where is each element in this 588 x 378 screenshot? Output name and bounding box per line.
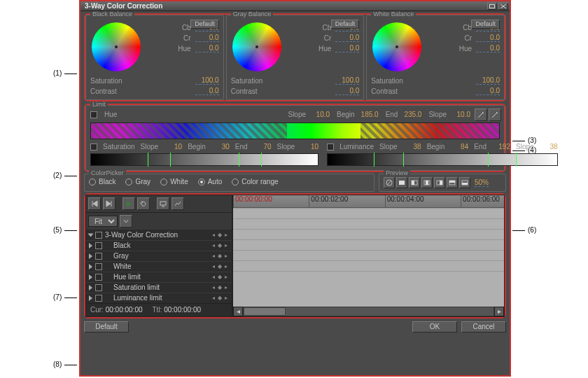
annotation-7: (7)	[53, 294, 77, 301]
timeline-lane[interactable]	[233, 260, 504, 271]
saturation-gradient[interactable]	[90, 153, 318, 166]
close-icon[interactable]	[498, 3, 508, 10]
tree-row[interactable]: Black◂◆▸	[86, 240, 232, 251]
eyedropper-icon[interactable]	[489, 108, 501, 121]
keyframe-nav[interactable]: ◂◆▸	[211, 232, 229, 238]
maximize-icon[interactable]	[487, 3, 497, 10]
timeline-lane[interactable]	[233, 229, 504, 239]
disclosure-triangle-icon[interactable]	[89, 274, 92, 280]
preview-split-right-icon[interactable]	[434, 177, 445, 188]
enable-checkbox[interactable]	[95, 284, 102, 291]
tree-row[interactable]: Luminance limit◂◆▸	[86, 293, 232, 303]
goto-start-icon[interactable]	[88, 197, 101, 210]
timeline-ruler[interactable]: 00:00:00:0000:00:02:0000:00:04:0000:00:0…	[233, 195, 504, 208]
keyframe-nav[interactable]: ◂◆▸	[211, 274, 229, 280]
colorpicker-radio-auto[interactable]: Auto	[198, 178, 223, 186]
titlebar[interactable]: 3-Way Color Correction	[80, 1, 510, 11]
play-icon[interactable]	[122, 197, 135, 210]
scroll-left-icon[interactable]: ◂	[233, 307, 243, 316]
timeline-hscrollbar[interactable]: ◂ ▸	[233, 307, 504, 316]
radio-icon	[198, 178, 205, 186]
timeline-lane[interactable]	[233, 208, 504, 218]
enable-checkbox[interactable]	[95, 232, 102, 239]
hue-gradient[interactable]	[90, 122, 500, 139]
default-button[interactable]: Default	[331, 20, 360, 29]
luminance-gradient[interactable]	[327, 153, 557, 166]
cur-time: 00:00:00:00	[106, 306, 143, 314]
keyframe-nav[interactable]: ◂◆▸	[211, 295, 229, 301]
tree-row[interactable]: White◂◆▸	[86, 261, 232, 272]
chevron-down-icon[interactable]	[120, 215, 132, 227]
disclosure-triangle-icon[interactable]	[89, 253, 92, 259]
keyframe-nav[interactable]: ◂◆▸	[211, 253, 229, 259]
disclosure-triangle-icon[interactable]	[89, 264, 92, 270]
colorpicker-radio-black[interactable]: Black	[89, 178, 115, 186]
goto-end-icon[interactable]	[103, 197, 115, 210]
hue-value[interactable]: 0.0	[195, 45, 219, 52]
default-button[interactable]: Default	[471, 20, 500, 29]
timeline-lane[interactable]	[233, 250, 504, 260]
saturation-checkbox[interactable]	[90, 144, 97, 150]
enable-checkbox[interactable]	[95, 263, 102, 270]
graph-icon[interactable]	[172, 197, 184, 210]
enable-checkbox[interactable]	[95, 274, 102, 281]
tree-row[interactable]: 3-Way Color Correction◂◆▸	[86, 230, 232, 240]
white-balance-panel: White Balance Default Cb0.0 Cr0.0 Hue0.0…	[366, 15, 505, 100]
disclosure-triangle-icon[interactable]	[89, 285, 92, 290]
preview-split-center-icon[interactable]	[421, 177, 433, 188]
loop-icon[interactable]	[137, 197, 150, 210]
keyframe-nav[interactable]: ◂◆▸	[211, 243, 229, 248]
readouts: Cb0.0 Cr0.0 Hue0.0	[145, 24, 219, 74]
colorpicker-radio-gray[interactable]: Gray	[125, 178, 150, 186]
footer: Default OK Cancel	[84, 321, 506, 332]
tree-row[interactable]: Gray◂◆▸	[86, 251, 232, 261]
eyedropper-add-icon[interactable]	[475, 108, 487, 121]
gray-balance-panel: Gray Balance Default Cb0.0 Cr0.0 Hue0.0 …	[226, 15, 365, 100]
svg-rect-0	[490, 4, 495, 8]
preview-split-top-icon[interactable]	[447, 177, 458, 188]
tree-label: Saturation limit	[105, 284, 208, 291]
timeline-canvas[interactable]: 00:00:00:0000:00:02:0000:00:04:0000:00:0…	[232, 195, 505, 317]
disclosure-triangle-icon[interactable]	[88, 233, 94, 237]
black-balance-panel: Black Balance Default Cb0.0 Cr0.0 Hue0.0…	[85, 15, 224, 100]
panel-title: White Balance	[371, 11, 416, 18]
color-wheel[interactable]	[232, 22, 281, 71]
hue-checkbox[interactable]	[90, 111, 97, 118]
enable-checkbox[interactable]	[95, 295, 102, 302]
preview-percent[interactable]: 50%	[475, 179, 489, 187]
tree-row[interactable]: Saturation limit◂◆▸	[86, 282, 232, 293]
cr-value[interactable]: 0.0	[195, 34, 219, 42]
preview-full-icon[interactable]	[396, 177, 407, 188]
ok-button[interactable]: OK	[412, 321, 457, 332]
limit-panel-outline: Limit Hue Slope10.0 Begin185.0 End235.0 …	[84, 104, 506, 172]
preview-split-bottom-icon[interactable]	[459, 177, 470, 188]
saturation-limit: Saturation Slope10 Begin30 End70 Slope10	[90, 144, 318, 166]
tree-row[interactable]: Hue limit◂◆▸	[86, 272, 232, 282]
color-wheel[interactable]	[372, 22, 421, 71]
cancel-button[interactable]: Cancel	[461, 321, 506, 332]
enable-checkbox[interactable]	[95, 253, 102, 260]
svg-rect-8	[440, 181, 442, 185]
enable-checkbox[interactable]	[95, 242, 102, 249]
colorpicker-radio-color-range[interactable]: Color range	[232, 178, 278, 186]
disclosure-triangle-icon[interactable]	[89, 243, 92, 248]
timeline-lane[interactable]	[233, 218, 504, 229]
monitor-icon[interactable]	[157, 197, 169, 210]
fit-select[interactable]: Fit	[88, 216, 118, 227]
keyframe-nav[interactable]: ◂◆▸	[211, 285, 229, 290]
scroll-right-icon[interactable]: ▸	[494, 307, 504, 316]
luminance-checkbox[interactable]	[327, 144, 334, 150]
tree-label: 3-Way Color Correction	[105, 232, 208, 239]
default-button[interactable]: Default	[84, 321, 129, 332]
keyframe-nav[interactable]: ◂◆▸	[211, 264, 229, 270]
color-wheel[interactable]	[92, 22, 141, 71]
disclosure-triangle-icon[interactable]	[89, 295, 92, 301]
preview-split-left-icon[interactable]	[409, 177, 420, 188]
radio-icon	[125, 178, 132, 186]
colorpicker-radio-white[interactable]: White	[160, 178, 188, 186]
parameter-tree[interactable]: 3-Way Color Correction◂◆▸Black◂◆▸Gray◂◆▸…	[86, 230, 232, 303]
timeline-lane[interactable]	[233, 239, 504, 250]
timeline-lane[interactable]	[233, 271, 504, 281]
default-button[interactable]: Default	[190, 20, 219, 29]
preview-disable-icon[interactable]	[384, 177, 395, 188]
